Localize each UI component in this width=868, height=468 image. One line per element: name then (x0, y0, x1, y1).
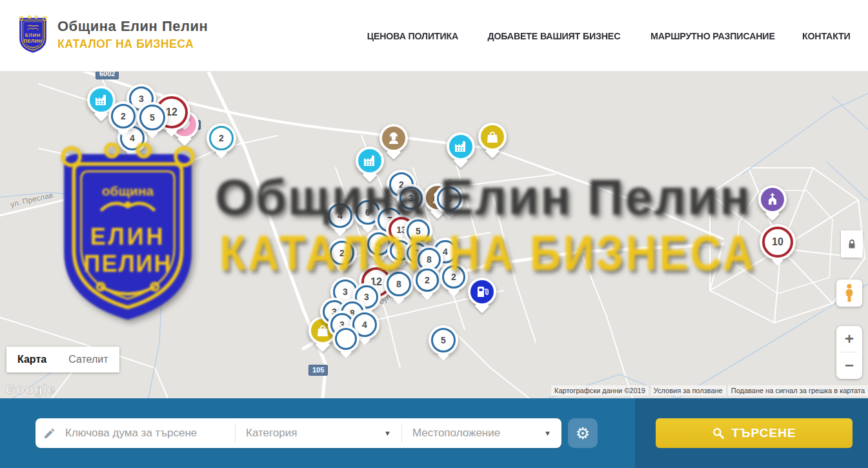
cluster-count: 2 (121, 111, 126, 121)
main-nav: ЦЕНОВА ПОЛИТИКА ДОБАВЕТЕ ВАШИЯТ БИЗНЕС М… (365, 0, 852, 71)
municipality-logo-icon: община ЕЛИН ПЕЛИН (17, 15, 48, 54)
cluster-marker[interactable]: 2 (207, 123, 236, 153)
bag-icon (481, 125, 504, 148)
nav-route-schedule[interactable]: МАРШРУТНО РАЗПИСАНИЕ (651, 30, 775, 41)
search-icon (712, 427, 725, 440)
location-dropdown-label: Местоположение (412, 427, 500, 440)
fuel-icon (470, 280, 494, 303)
keyword-search-input[interactable] (64, 426, 235, 440)
pin-church[interactable] (758, 185, 787, 214)
map-canvas[interactable]: 6002105ул. Преславбул. „Новоселци“ 41232… (0, 71, 868, 398)
nav-add-business[interactable]: ДОБАВЕТЕ ВАШИЯТ БИЗНЕС (487, 30, 620, 41)
cluster-count: 5 (416, 226, 421, 236)
svg-text:община: община (28, 24, 39, 27)
lock-button[interactable] (841, 230, 863, 258)
cluster-count: 8 (396, 279, 401, 289)
brand[interactable]: община ЕЛИН ПЕЛИН Община Елин Пелин КАТА… (17, 15, 208, 54)
svg-text:ЕЛИН: ЕЛИН (25, 32, 41, 38)
attribution-data: Картографски данни ©2019 (551, 385, 649, 396)
cluster-marker[interactable]: 4 (325, 201, 355, 230)
cluster-count: 5 (447, 194, 452, 204)
pin-worker[interactable] (379, 124, 408, 152)
zoom-in-button[interactable]: + (836, 326, 862, 352)
cluster-count: 2 (219, 133, 224, 143)
road-label: 105 (308, 365, 328, 376)
zoom-control: + − (836, 326, 862, 379)
cluster-count: 4 (338, 210, 343, 221)
factory-icon (449, 135, 472, 158)
pin-fuel[interactable] (468, 278, 496, 306)
cluster-marker[interactable]: 10 (760, 224, 796, 260)
road-label: 6002 (96, 71, 119, 79)
map-type-satellite-button[interactable]: Сателит (57, 347, 119, 372)
advanced-settings-button[interactable]: ⚙ (568, 418, 598, 448)
category-dropdown-label: Категория (246, 427, 297, 440)
cluster-count: 3 (409, 193, 414, 203)
cluster-count: 4 (376, 239, 381, 249)
search-button-label: ТЪРСЕНЕ (731, 426, 796, 440)
category-dropdown[interactable]: Категория ▼ (235, 423, 401, 443)
cluster-marker[interactable]: 3 (397, 184, 425, 212)
cluster-count: 2 (425, 275, 430, 285)
svg-text:ПЕЛИН: ПЕЛИН (24, 38, 43, 44)
lock-icon (847, 239, 856, 249)
cluster-marker[interactable]: 2 (413, 266, 441, 294)
church-icon (761, 188, 784, 211)
factory-icon (358, 149, 381, 172)
cluster-marker[interactable]: 2 (327, 238, 357, 268)
cluster-marker[interactable]: 5 (429, 325, 458, 355)
cluster-count: 3 (343, 287, 348, 297)
nav-contacts[interactable]: КОНТАКТИ (802, 30, 851, 41)
google-logo[interactable]: Google (5, 382, 56, 397)
cluster-count: 5 (150, 112, 155, 123)
factory-icon (90, 88, 113, 112)
cluster-count: 2 (398, 245, 403, 256)
chevron-down-icon: ▼ (384, 429, 391, 437)
map-type-control: Карта Сателит (6, 347, 119, 372)
cluster-marker[interactable]: 2 (108, 101, 138, 131)
cluster-marker[interactable] (332, 325, 359, 352)
cluster-count: 6 (365, 207, 370, 218)
location-dropdown[interactable]: Местоположение ▼ (401, 423, 561, 443)
cluster-marker[interactable]: 8 (384, 269, 414, 299)
cluster-marker[interactable]: 5 (137, 102, 168, 133)
cluster-count: 2 (339, 248, 345, 258)
site-title: Община Елин Пелин (57, 18, 208, 35)
attribution-terms-link[interactable]: Условия за ползване (651, 385, 726, 396)
gear-icon: ⚙ (576, 425, 590, 442)
nav-pricing[interactable]: ЦЕНОВА ПОЛИТИКА (367, 30, 458, 41)
cluster-count: 3 (364, 292, 369, 302)
search-pill: Категория ▼ Местоположение ▼ (35, 418, 561, 448)
cluster-count: 4 (362, 320, 367, 330)
chevron-down-icon: ▼ (544, 429, 551, 437)
search-bar: Категория ▼ Местоположение ▼ ⚙ ТЪРСЕНЕ (0, 398, 868, 468)
pegman-icon (843, 283, 856, 303)
street-view-pegman-button[interactable] (836, 280, 862, 307)
worker-icon (382, 127, 405, 150)
site-subtitle: КАТАЛОГ НА БИЗНЕСА (57, 37, 197, 51)
cluster-count: 3 (139, 94, 144, 104)
cluster-count: 8 (427, 254, 432, 265)
header: община ЕЛИН ПЕЛИН Община Елин Пелин КАТА… (0, 0, 868, 72)
search-button[interactable]: ТЪРСЕНЕ (656, 418, 853, 448)
pin-bag[interactable] (478, 123, 507, 151)
attribution-report-link[interactable]: Подаване на сигнал за грешка в картата (728, 385, 868, 396)
cluster-marker[interactable]: 2 (439, 263, 468, 291)
pencil-icon (35, 427, 64, 440)
map-attribution: Картографски данни ©2019 Условия за полз… (551, 385, 868, 396)
cluster-count: 4 (443, 247, 448, 257)
cluster-count: 4 (130, 133, 135, 143)
pin-factory[interactable] (447, 132, 475, 161)
pin-factory[interactable] (356, 147, 384, 175)
zoom-out-button[interactable]: − (836, 352, 862, 378)
cluster-count: 5 (441, 335, 446, 345)
map-type-map-button[interactable]: Карта (6, 347, 57, 372)
page: община ЕЛИН ПЕЛИН Община Елин Пелин КАТА… (0, 0, 868, 468)
cluster-marker[interactable]: 5 (434, 184, 464, 214)
cluster-count: 10 (772, 236, 783, 248)
cluster-count: 2 (451, 272, 456, 282)
